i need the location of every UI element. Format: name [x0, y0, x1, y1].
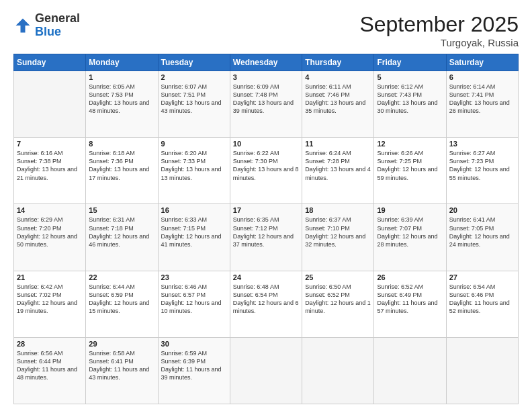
title-block: September 2025 Turgoyak, Russia: [359, 12, 519, 48]
cell-text: Sunrise: 6:39 AM Sunset: 7:07 PM Dayligh…: [377, 216, 443, 248]
calendar-cell: 16Sunrise: 6:33 AM Sunset: 7:15 PM Dayli…: [158, 204, 230, 271]
logo-general-text: General: [35, 12, 80, 26]
day-number: 5: [377, 73, 443, 81]
header: General Blue September 2025 Turgoyak, Ru…: [13, 12, 519, 48]
day-number: 9: [161, 140, 227, 148]
day-number: 18: [305, 206, 371, 214]
cell-text: Sunrise: 6:29 AM Sunset: 7:20 PM Dayligh…: [17, 216, 83, 248]
calendar-cell: 7Sunrise: 6:16 AM Sunset: 7:38 PM Daylig…: [14, 138, 86, 204]
day-number: 29: [89, 340, 154, 348]
calendar-cell: 2Sunrise: 6:07 AM Sunset: 7:51 PM Daylig…: [158, 71, 230, 138]
day-number: 1: [89, 73, 154, 81]
cell-text: Sunrise: 6:41 AM Sunset: 7:05 PM Dayligh…: [449, 216, 515, 248]
day-number: 6: [449, 73, 515, 81]
cell-text: Sunrise: 6:05 AM Sunset: 7:53 PM Dayligh…: [89, 83, 154, 116]
cell-text: Sunrise: 6:12 AM Sunset: 7:43 PM Dayligh…: [377, 83, 443, 116]
calendar-cell: 25Sunrise: 6:50 AM Sunset: 6:52 PM Dayli…: [302, 271, 374, 337]
day-number: 23: [161, 273, 227, 281]
calendar-cell: 22Sunrise: 6:44 AM Sunset: 6:59 PM Dayli…: [86, 271, 158, 337]
day-number: 30: [161, 340, 227, 348]
day-number: 19: [377, 206, 443, 214]
calendar-cell: 18Sunrise: 6:37 AM Sunset: 7:10 PM Dayli…: [302, 204, 374, 271]
weekday-header-sunday: Sunday: [14, 54, 86, 71]
page: General Blue September 2025 Turgoyak, Ru…: [0, 0, 532, 411]
cell-text: Sunrise: 6:14 AM Sunset: 7:41 PM Dayligh…: [449, 83, 515, 116]
calendar-cell: 24Sunrise: 6:48 AM Sunset: 6:54 PM Dayli…: [230, 271, 302, 337]
calendar-cell: 10Sunrise: 6:22 AM Sunset: 7:30 PM Dayli…: [230, 138, 302, 204]
week-row-2: 14Sunrise: 6:29 AM Sunset: 7:20 PM Dayli…: [14, 204, 519, 271]
day-number: 13: [449, 140, 515, 148]
day-number: 10: [233, 140, 299, 148]
day-number: 8: [89, 140, 154, 148]
location: Turgoyak, Russia: [359, 37, 519, 48]
week-row-4: 28Sunrise: 6:56 AM Sunset: 6:44 PM Dayli…: [14, 337, 519, 404]
cell-text: Sunrise: 6:48 AM Sunset: 6:54 PM Dayligh…: [233, 283, 299, 316]
day-number: 16: [161, 206, 227, 214]
day-number: 24: [233, 273, 299, 281]
calendar-cell: [230, 337, 302, 404]
cell-text: Sunrise: 6:07 AM Sunset: 7:51 PM Dayligh…: [161, 83, 227, 116]
cell-text: Sunrise: 6:20 AM Sunset: 7:33 PM Dayligh…: [161, 149, 227, 182]
cell-text: Sunrise: 6:46 AM Sunset: 6:57 PM Dayligh…: [161, 283, 227, 316]
day-number: 3: [233, 73, 299, 81]
day-number: 7: [17, 140, 83, 148]
logo-text: General Blue: [35, 12, 80, 39]
calendar-cell: 28Sunrise: 6:56 AM Sunset: 6:44 PM Dayli…: [14, 337, 86, 404]
day-number: 11: [305, 140, 371, 148]
cell-text: Sunrise: 6:42 AM Sunset: 7:02 PM Dayligh…: [17, 283, 83, 316]
logo: General Blue: [13, 12, 80, 39]
cell-text: Sunrise: 6:26 AM Sunset: 7:25 PM Dayligh…: [377, 149, 443, 182]
day-number: 20: [449, 206, 515, 214]
cell-text: Sunrise: 6:35 AM Sunset: 7:12 PM Dayligh…: [233, 216, 299, 248]
calendar-cell: [14, 71, 86, 138]
day-number: 4: [305, 73, 371, 81]
calendar-cell: 21Sunrise: 6:42 AM Sunset: 7:02 PM Dayli…: [14, 271, 86, 337]
cell-text: Sunrise: 6:59 AM Sunset: 6:39 PM Dayligh…: [161, 349, 227, 382]
cell-text: Sunrise: 6:52 AM Sunset: 6:49 PM Dayligh…: [377, 283, 443, 316]
week-row-3: 21Sunrise: 6:42 AM Sunset: 7:02 PM Dayli…: [14, 271, 519, 337]
weekday-header-saturday: Saturday: [446, 54, 518, 71]
cell-text: Sunrise: 6:24 AM Sunset: 7:28 PM Dayligh…: [305, 149, 371, 182]
weekday-header-monday: Monday: [86, 54, 158, 71]
day-number: 25: [305, 273, 371, 281]
calendar-cell: 19Sunrise: 6:39 AM Sunset: 7:07 PM Dayli…: [374, 204, 446, 271]
calendar-cell: 17Sunrise: 6:35 AM Sunset: 7:12 PM Dayli…: [230, 204, 302, 271]
cell-text: Sunrise: 6:44 AM Sunset: 6:59 PM Dayligh…: [89, 283, 154, 316]
day-number: 15: [89, 206, 154, 214]
cell-text: Sunrise: 6:22 AM Sunset: 7:30 PM Dayligh…: [233, 149, 299, 182]
calendar-cell: 27Sunrise: 6:54 AM Sunset: 6:46 PM Dayli…: [446, 271, 518, 337]
weekday-header-tuesday: Tuesday: [158, 54, 230, 71]
weekday-header-wednesday: Wednesday: [230, 54, 302, 71]
month-title: September 2025: [359, 12, 519, 37]
day-number: 12: [377, 140, 443, 148]
cell-text: Sunrise: 6:56 AM Sunset: 6:44 PM Dayligh…: [17, 349, 83, 382]
calendar-cell: 23Sunrise: 6:46 AM Sunset: 6:57 PM Dayli…: [158, 271, 230, 337]
calendar-cell: 13Sunrise: 6:27 AM Sunset: 7:23 PM Dayli…: [446, 138, 518, 204]
cell-text: Sunrise: 6:54 AM Sunset: 6:46 PM Dayligh…: [449, 283, 515, 316]
day-number: 21: [17, 273, 83, 281]
calendar-cell: 3Sunrise: 6:09 AM Sunset: 7:48 PM Daylig…: [230, 71, 302, 138]
cell-text: Sunrise: 6:11 AM Sunset: 7:46 PM Dayligh…: [305, 83, 371, 116]
calendar-cell: 4Sunrise: 6:11 AM Sunset: 7:46 PM Daylig…: [302, 71, 374, 138]
logo-icon: [13, 16, 32, 35]
calendar-cell: 15Sunrise: 6:31 AM Sunset: 7:18 PM Dayli…: [86, 204, 158, 271]
calendar-cell: 6Sunrise: 6:14 AM Sunset: 7:41 PM Daylig…: [446, 71, 518, 138]
calendar-cell: 30Sunrise: 6:59 AM Sunset: 6:39 PM Dayli…: [158, 337, 230, 404]
cell-text: Sunrise: 6:50 AM Sunset: 6:52 PM Dayligh…: [305, 283, 371, 316]
calendar-cell: 20Sunrise: 6:41 AM Sunset: 7:05 PM Dayli…: [446, 204, 518, 271]
calendar-cell: [374, 337, 446, 404]
cell-text: Sunrise: 6:58 AM Sunset: 6:41 PM Dayligh…: [89, 349, 154, 382]
cell-text: Sunrise: 6:09 AM Sunset: 7:48 PM Dayligh…: [233, 83, 299, 116]
day-number: 27: [449, 273, 515, 281]
weekday-header-friday: Friday: [374, 54, 446, 71]
cell-text: Sunrise: 6:18 AM Sunset: 7:36 PM Dayligh…: [89, 149, 154, 182]
calendar-cell: 5Sunrise: 6:12 AM Sunset: 7:43 PM Daylig…: [374, 71, 446, 138]
svg-marker-0: [16, 18, 30, 32]
cell-text: Sunrise: 6:16 AM Sunset: 7:38 PM Dayligh…: [17, 149, 83, 182]
day-number: 22: [89, 273, 154, 281]
calendar-cell: 1Sunrise: 6:05 AM Sunset: 7:53 PM Daylig…: [86, 71, 158, 138]
week-row-1: 7Sunrise: 6:16 AM Sunset: 7:38 PM Daylig…: [14, 138, 519, 204]
cell-text: Sunrise: 6:33 AM Sunset: 7:15 PM Dayligh…: [161, 216, 227, 248]
cell-text: Sunrise: 6:37 AM Sunset: 7:10 PM Dayligh…: [305, 216, 371, 248]
calendar-cell: 8Sunrise: 6:18 AM Sunset: 7:36 PM Daylig…: [86, 138, 158, 204]
